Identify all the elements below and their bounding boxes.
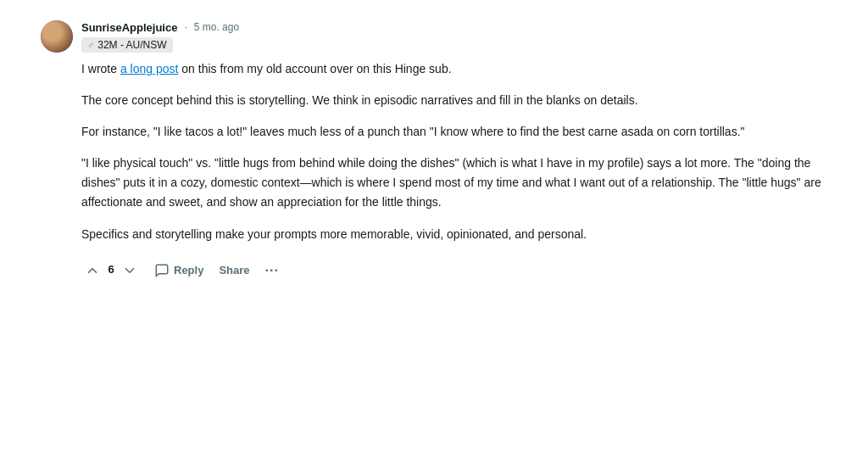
paragraph1-after-link: on this from my old account over on this… <box>178 62 451 75</box>
downvote-button[interactable] <box>119 260 141 282</box>
vote-count: 6 <box>107 261 115 279</box>
timestamp: 5 mo. ago <box>194 21 239 33</box>
action-bar: 6 Reply Share ··· <box>81 258 827 283</box>
flair-row: ♂ 32M - AU/NSW <box>81 37 239 53</box>
long-post-link[interactable]: a long post <box>120 62 179 75</box>
comment-container: SunriseApplejuice · 5 mo. ago ♂ 32M - AU… <box>27 10 841 293</box>
upvote-icon <box>85 263 100 278</box>
dot-separator: · <box>184 21 186 33</box>
comment-body: I wrote a long post on this from my old … <box>81 59 827 283</box>
share-button[interactable]: Share <box>212 259 256 282</box>
flair-badge: ♂ 32M - AU/NSW <box>81 37 173 53</box>
reply-label: Reply <box>174 264 203 276</box>
username-row: SunriseApplejuice · 5 mo. ago <box>81 21 239 34</box>
vote-section: 6 <box>81 260 141 282</box>
username: SunriseApplejuice <box>81 21 177 34</box>
more-options-icon: ··· <box>265 263 279 278</box>
avatar <box>41 20 73 53</box>
upvote-button[interactable] <box>81 260 103 282</box>
paragraph-3: For instance, "I like tacos a lot!" leav… <box>81 122 827 142</box>
paragraph-1: I wrote a long post on this from my old … <box>81 59 827 79</box>
more-options-button[interactable]: ··· <box>259 260 286 282</box>
paragraph-2: The core concept behind this is storytel… <box>81 91 827 110</box>
paragraph-4: "I like physical touch" vs. "little hugs… <box>81 154 827 212</box>
paragraph-5: Specifics and storytelling make your pro… <box>81 225 827 244</box>
flair-text: 32M - AU/NSW <box>97 39 166 51</box>
gender-icon: ♂ <box>87 40 94 50</box>
header-info: SunriseApplejuice · 5 mo. ago ♂ 32M - AU… <box>81 21 239 53</box>
reply-icon <box>154 263 170 278</box>
share-label: Share <box>219 264 249 276</box>
downvote-icon <box>122 263 137 278</box>
reply-button[interactable]: Reply <box>147 258 210 283</box>
comment-header: SunriseApplejuice · 5 mo. ago ♂ 32M - AU… <box>41 20 827 53</box>
paragraph1-before-link: I wrote <box>81 62 120 75</box>
